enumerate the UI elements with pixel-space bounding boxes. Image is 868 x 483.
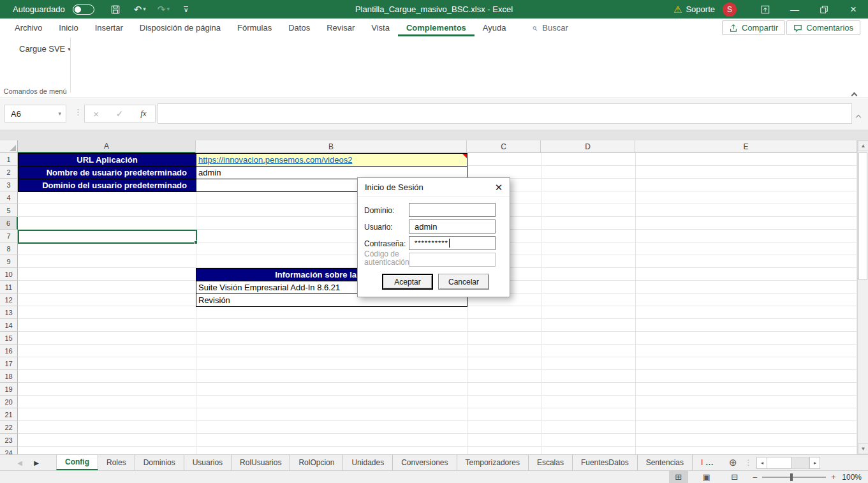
- cell-a1[interactable]: URL Aplicación: [18, 153, 196, 167]
- scroll-up-icon[interactable]: ▲: [858, 140, 868, 151]
- sheet-tab-temporizadores[interactable]: Temporizadores: [457, 455, 529, 470]
- view-normal-icon[interactable]: ⊞: [669, 471, 688, 483]
- password-field[interactable]: **********: [409, 236, 496, 250]
- cell-a3[interactable]: Dominio del usuario predeterminado: [18, 179, 196, 192]
- row-header-7[interactable]: 7: [0, 230, 18, 242]
- row-header-6[interactable]: 6: [0, 217, 18, 230]
- row-header-16[interactable]: 16: [0, 345, 18, 357]
- sheet-tab-rolopcion[interactable]: RolOpcion: [290, 455, 343, 470]
- enter-entry-icon[interactable]: ✓: [116, 108, 124, 119]
- tab-inicio[interactable]: Inicio: [50, 19, 86, 36]
- row-header-4[interactable]: 4: [0, 191, 18, 204]
- cancel-entry-icon[interactable]: ×: [93, 108, 99, 119]
- sheet-tab-sentencias[interactable]: Sentencias: [638, 455, 693, 470]
- dialog-title[interactable]: Inicio de Sesión: [358, 178, 510, 197]
- row-header-2[interactable]: 2: [0, 166, 18, 179]
- undo-icon[interactable]: ↶▾: [134, 4, 146, 14]
- cargue-sve-button[interactable]: Cargue SVE ▾: [14, 41, 76, 56]
- tab-archivo[interactable]: Archivo: [6, 19, 50, 36]
- zoom-slider-handle[interactable]: [790, 473, 793, 481]
- row-header-20[interactable]: 20: [0, 396, 18, 408]
- name-box-caret-icon[interactable]: ▾: [58, 110, 61, 117]
- save-icon[interactable]: [111, 5, 120, 14]
- name-box[interactable]: A6 ▾: [4, 105, 66, 123]
- column-header-d[interactable]: D: [541, 140, 635, 153]
- formula-input[interactable]: [158, 103, 852, 124]
- sheet-tab-unidades[interactable]: Unidades: [343, 455, 393, 470]
- share-button[interactable]: Compartir: [722, 20, 785, 35]
- sheet-tab-fuentesdatos[interactable]: FuentesDatos: [573, 455, 638, 470]
- vertical-scrollbar[interactable]: ▲ ▼: [857, 140, 868, 454]
- row-header-15[interactable]: 15: [0, 332, 18, 345]
- select-all-corner[interactable]: [0, 140, 18, 153]
- selected-cell-a6[interactable]: [18, 230, 197, 244]
- sheet-tab-config[interactable]: Config: [56, 455, 98, 470]
- horizontal-scrollbar[interactable]: ◂ ▸: [756, 455, 820, 470]
- column-header-e[interactable]: E: [635, 140, 857, 153]
- search-input[interactable]: ⌕ Buscar: [532, 22, 568, 33]
- row-header-22[interactable]: 22: [0, 421, 18, 434]
- zoom-level[interactable]: 100%: [842, 473, 862, 482]
- row-header-24[interactable]: 24: [0, 447, 18, 454]
- user-field[interactable]: admin: [409, 219, 496, 234]
- comments-button[interactable]: Comentarios: [786, 20, 860, 35]
- warning-icon[interactable]: ⚠: [673, 4, 682, 15]
- cell-a2[interactable]: Nombre de usuario predeterminado: [18, 166, 196, 179]
- row-header-21[interactable]: 21: [0, 408, 18, 421]
- add-sheet-icon[interactable]: ⊕: [722, 455, 744, 470]
- row-header-9[interactable]: 9: [0, 255, 18, 268]
- horizontal-scrollbar-thumb[interactable]: [767, 457, 791, 469]
- cell-b1[interactable]: https://innovacion.pensemos.com/videos2: [196, 153, 467, 167]
- row-header-17[interactable]: 17: [0, 357, 18, 370]
- tab-complementos[interactable]: Complementos: [398, 19, 474, 36]
- quick-access-customize-icon[interactable]: ∨: [184, 6, 188, 13]
- tab-vista[interactable]: Vista: [363, 19, 398, 36]
- column-header-b[interactable]: B: [196, 140, 467, 153]
- sheet-tab-rolusuarios[interactable]: RolUsuarios: [232, 455, 290, 470]
- cell-b1-link[interactable]: https://innovacion.pensemos.com/videos2: [196, 155, 352, 165]
- row-header-10[interactable]: 10: [0, 268, 18, 281]
- scroll-left-icon[interactable]: ◂: [756, 457, 767, 469]
- row-header-14[interactable]: 14: [0, 319, 18, 332]
- row-header-13[interactable]: 13: [0, 306, 18, 319]
- minimize-button[interactable]: —: [780, 0, 809, 19]
- column-header-a[interactable]: A: [18, 140, 196, 153]
- row-header-23[interactable]: 23: [0, 434, 18, 447]
- zoom-slider[interactable]: [762, 477, 826, 478]
- restore-button[interactable]: [809, 0, 839, 19]
- row-header-1[interactable]: 1: [0, 153, 18, 166]
- sheet-tab-dominios[interactable]: Dominios: [135, 455, 184, 470]
- tab-revisar[interactable]: Revisar: [318, 19, 363, 36]
- tab-scroll-right-icon[interactable]: ▶: [28, 455, 45, 470]
- zoom-out-icon[interactable]: –: [753, 473, 758, 482]
- autosave-toggle[interactable]: [73, 4, 94, 15]
- vertical-scrollbar-thumb[interactable]: [858, 152, 867, 280]
- scroll-down-icon[interactable]: ▼: [858, 443, 868, 454]
- dialog-close-icon[interactable]: ✕: [488, 178, 510, 197]
- tab-ayuda[interactable]: Ayuda: [474, 19, 515, 36]
- row-header-18[interactable]: 18: [0, 370, 18, 383]
- zoom-in-icon[interactable]: +: [831, 473, 835, 482]
- formula-bar-drag-handle[interactable]: ⋮: [74, 107, 83, 117]
- ribbon-display-options-icon[interactable]: [751, 0, 780, 19]
- accept-button[interactable]: Aceptar: [382, 274, 433, 290]
- row-header-5[interactable]: 5: [0, 204, 18, 217]
- scroll-right-icon[interactable]: ▸: [809, 457, 820, 469]
- cancel-button[interactable]: Cancelar: [438, 274, 489, 290]
- row-header-3[interactable]: 3: [0, 179, 18, 191]
- sheet-tab-escalas[interactable]: Escalas: [529, 455, 573, 470]
- sheet-tab-overflow[interactable]: I ...: [693, 455, 722, 470]
- column-header-c[interactable]: C: [467, 140, 541, 153]
- sheet-tab-roles[interactable]: Roles: [98, 455, 135, 470]
- view-page-layout-icon[interactable]: ▣: [697, 471, 716, 483]
- row-header-11[interactable]: 11: [0, 281, 18, 294]
- sheet-tab-conversiones[interactable]: Conversiones: [393, 455, 457, 470]
- close-button[interactable]: ×: [839, 0, 868, 19]
- row-header-8[interactable]: 8: [0, 242, 18, 255]
- tab-disposicion[interactable]: Disposición de página: [131, 19, 229, 36]
- row-header-19[interactable]: 19: [0, 383, 18, 396]
- fill-handle[interactable]: [194, 241, 198, 244]
- domain-field[interactable]: [409, 203, 496, 217]
- tab-formulas[interactable]: Fórmulas: [229, 19, 280, 36]
- tab-datos[interactable]: Datos: [280, 19, 318, 36]
